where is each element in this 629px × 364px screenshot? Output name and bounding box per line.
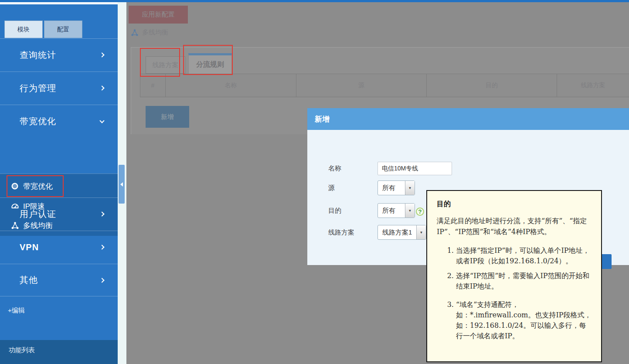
app-window: 模块 配置 查询统计 行为管理 带宽优化 [0,0,629,364]
column-header-name: 名称 [166,74,296,97]
sidebar-item-bandwidth-optimize[interactable]: 带宽优化 [0,176,118,196]
dialog-title: 新增 [315,114,330,124]
sidebar: 模块 配置 查询统计 行为管理 带宽优化 [0,2,118,364]
sidebar-item-query-stats[interactable]: 查询统计 [0,38,118,71]
sidebar-top-strip [0,2,118,4]
destination-help-tooltip: 目的 满足此目的地址时进行分流，支持“所有”、“指定IP”、“IP范围”和“域名… [426,190,602,362]
breadcrumb: 多线均衡 [131,28,168,37]
chevron-right-icon [99,85,104,90]
caret-down-icon: ▼ [420,231,423,235]
add-button[interactable]: 新增 [146,106,189,128]
dropdown-button[interactable]: ▼ [405,181,415,195]
destination-label: 目的 [328,207,341,215]
tab-line-plan[interactable]: 线路方案 [146,56,185,74]
column-header-source: 源 [296,74,427,97]
tab-split-rules[interactable]: 分流规则 [188,53,232,74]
edit-link[interactable]: +编辑 [8,306,25,315]
tab-config-label: 配置 [57,26,69,34]
sidebar-item-behavior-mgmt[interactable]: 行为管理 [0,71,118,104]
source-label: 源 [328,184,335,192]
destination-select[interactable]: 所有 ▼ [377,203,415,218]
sidebar-footer: 功能列表 [0,340,118,364]
column-header-line-plan: 线路方案 [557,74,629,97]
sidebar-collapse-handle[interactable] [119,165,125,204]
chevron-right-icon [99,278,104,282]
tab-modules-label: 模块 [17,26,30,34]
tooltip-title: 目的 [437,200,592,209]
sidebar-item-bandwidth-opt[interactable]: 带宽优化 [0,105,118,137]
caret-down-icon: ▼ [408,209,412,213]
chevron-right-icon [99,245,104,249]
rules-table-header: # 名称 源 目的 线路方案 [140,74,629,97]
tooltip-item: 选择“IP范围”时，需要输入IP范围的开始和结束IP地址。 [456,271,592,292]
caret-down-icon: ▼ [408,186,412,190]
sidebar-tab-strip: 模块 配置 [4,20,84,38]
sidebar-item-vpn[interactable]: VPN [0,231,118,263]
line-plan-select[interactable]: 线路方案1 ▼ [377,225,426,240]
column-header-destination: 目的 [427,74,557,97]
circle-icon [10,182,19,191]
sidebar-item-user-auth[interactable]: 用户认证 [0,197,118,230]
tooltip-item: “域名”支持通配符， 如：*.imfirewall.com。也支持IP段格式，如… [456,299,592,341]
source-select[interactable]: 所有 ▼ [377,180,415,195]
chevron-right-icon [99,211,104,216]
dropdown-button[interactable]: ▼ [405,204,415,218]
collapse-left-icon [120,182,123,187]
help-icon[interactable]: ? [416,208,424,216]
chevron-down-icon [99,118,104,123]
page-title: 多线均衡 [142,28,168,37]
tooltip-intro: 满足此目的地址时进行分流，支持“所有”、“指定IP”、“IP范围”和“域名”4种… [437,216,592,238]
tab-modules[interactable]: 模块 [4,20,43,38]
column-header-index: # [140,74,166,97]
name-field[interactable] [377,162,452,175]
chevron-right-icon [99,52,104,57]
line-plan-label: 线路方案 [328,228,354,237]
dropdown-button[interactable]: ▼ [416,225,426,239]
sidebar-item-other[interactable]: 其他 [0,264,118,296]
tab-config[interactable]: 配置 [44,20,82,38]
dialog-header: 新增 [307,108,629,130]
tooltip-item: 当选择“指定IP”时，可以输入单个IP地址，或者IP段（比如192.168.1.… [456,245,592,266]
share-nodes-icon [131,29,139,37]
function-list-label[interactable]: 功能列表 [9,346,35,354]
apply-config-button[interactable]: 应用新配置 [129,6,188,24]
name-label: 名称 [328,164,341,173]
tooltip-list: 当选择“指定IP”时，可以输入单个IP地址，或者IP段（比如192.168.1.… [437,245,592,341]
